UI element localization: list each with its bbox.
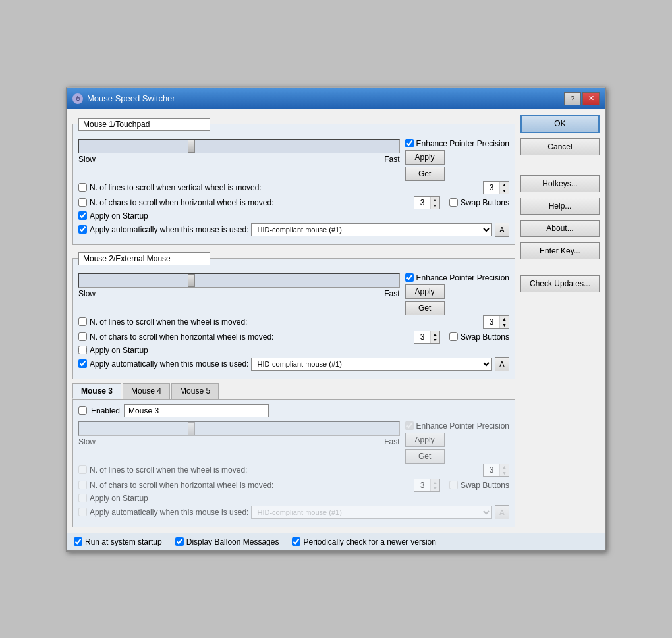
mouse2-hscroll-down[interactable]: ▼ [431,337,439,343]
mouse1-hscroll-down[interactable]: ▼ [431,203,439,209]
title-bar-left: 🖱 Mouse Speed Switcher [72,93,175,104]
mouse3-vscroll-row: N. of lines to scroll when the wheel is … [78,464,509,477]
mouse2-vscroll-checkbox[interactable] [78,317,87,326]
mouse1-hscroll-val: 3 [414,198,430,208]
footer-check-version-checkbox[interactable] [292,537,300,546]
mouse3-vscroll-down: ▼ [500,470,509,476]
mouse1-slider-track[interactable] [78,139,400,153]
mouse2-vscroll-down[interactable]: ▼ [500,322,509,328]
main-window: 🖱 Mouse Speed Switcher ? ✕ [66,87,606,552]
mouse1-auto-checkbox[interactable] [78,225,87,234]
mouse3-name-input[interactable] [124,404,269,417]
mouse2-swap-checkbox[interactable] [449,332,458,341]
mouse2-startup-checkbox[interactable] [78,346,87,354]
tab-mouse4[interactable]: Mouse 4 [123,383,170,399]
footer-run-startup-checkbox[interactable] [74,537,82,546]
mouse3-hscroll-spinner: 3 ▲ ▼ [414,479,440,492]
mouse2-name-input[interactable] [78,252,210,265]
right-spacer2 [520,265,600,271]
cancel-button[interactable]: Cancel [520,138,600,155]
mouse3-device-dropdown: HID-compliant mouse (#1) [251,506,492,519]
mouse1-apply-button[interactable]: Apply [405,150,445,165]
footer-balloon: Display Balloon Messages [175,537,279,546]
help-title-button[interactable]: ? [564,92,581,105]
mouse1-swap-label: Swap Buttons [461,198,509,207]
mouse2-apply-button[interactable]: Apply [405,284,445,299]
mouse2-slow-label: Slow [78,289,96,298]
mouse3-vscroll-checkbox [78,465,87,474]
check-updates-button[interactable]: Check Updates... [520,275,600,292]
mouse3-hscroll-arrows: ▲ ▼ [430,479,439,491]
mouse1-device-dropdown[interactable]: HID-compliant mouse (#1) [251,223,492,236]
mouse3-auto-checkbox [78,508,87,516]
mouse3-hscroll-up: ▲ [431,479,439,485]
help-button[interactable]: Help... [520,198,600,215]
enter-key-button[interactable]: Enter Key... [520,242,600,259]
mouse2-vscroll-label: N. of lines to scroll when the wheel is … [90,317,480,327]
mouse1-get-button[interactable]: Get [405,167,445,181]
mouse2-auto-row: Apply automatically when this mouse is u… [78,357,509,371]
mouse3-apply-button[interactable]: Apply [405,433,445,447]
mouse1-right-col: Enhance Pointer Precision Apply Get [405,139,509,181]
mouse1-a-button[interactable]: A [495,223,509,237]
tab-mouse3[interactable]: Mouse 3 [72,383,121,399]
mouse2-hscroll-checkbox[interactable] [78,332,87,341]
mouse1-auto-label: Apply automatically when this mouse is u… [90,225,248,234]
mouse1-swap-checkbox[interactable] [449,198,458,207]
mouse1-hscroll-up[interactable]: ▲ [431,197,439,203]
mouse2-top-row: Slow Fast Enhance Pointer Precision Appl… [78,273,509,315]
mouse3-slider-area: Slow Fast [78,421,400,446]
mouse2-enhance-checkbox[interactable] [405,273,414,282]
mouse2-hscroll-up[interactable]: ▲ [431,331,439,337]
title-buttons: ? ✕ [564,92,600,105]
mouse2-auto-checkbox[interactable] [78,359,87,368]
ok-button[interactable]: OK [520,115,600,133]
footer-check-version-label: Periodically check for a newer version [303,537,435,546]
mouse3-auto-label: Apply automatically when this mouse is u… [90,508,248,517]
mouse1-vscroll-arrows: ▲ ▼ [499,182,509,194]
mouse2-slider-area: Slow Fast [78,273,400,298]
mouse1-hscroll-row: N. of chars to scroll when horizontal wh… [78,196,509,209]
mouse3-fast-label: Fast [384,437,399,446]
mouse1-slider-thumb[interactable] [188,140,195,153]
app-icon: 🖱 [72,93,83,104]
mouse2-get-button[interactable]: Get [405,301,445,315]
mouse1-content: Slow Fast Enhance Pointer Precision Appl… [78,139,509,237]
mouse2-vscroll-spinner: 3 ▲ ▼ [483,315,509,329]
mouse1-startup-checkbox[interactable] [78,211,87,220]
tab-mouse5[interactable]: Mouse 5 [171,383,219,399]
mouse1-startup-label: Apply on Startup [90,211,148,221]
mouse3-enabled-checkbox[interactable] [78,406,87,415]
mouse3-vscroll-up: ▲ [500,464,509,470]
mouse1-apply-get: Apply Get [405,150,445,181]
mouse1-slow-label: Slow [78,155,96,164]
mouse1-vscroll-down[interactable]: ▼ [500,188,509,194]
mouse3-hscroll-val: 3 [414,480,430,491]
footer-balloon-checkbox[interactable] [175,537,184,546]
close-button[interactable]: ✕ [582,92,600,105]
mouse3-slow-label: Slow [78,437,96,446]
mouse1-slider-row [78,139,400,153]
mouse2-vscroll-up[interactable]: ▲ [500,316,509,322]
mouse2-slider-track[interactable] [78,273,400,288]
mouse2-hscroll-label: N. of chars to scroll when horizontal wh… [90,332,411,342]
mouse2-swap-row: Swap Buttons [449,332,509,342]
mouse1-hscroll-spinner: 3 ▲ ▼ [414,196,440,209]
title-bar: 🖱 Mouse Speed Switcher ? ✕ [67,88,605,109]
hotkeys-button[interactable]: Hotkeys... [520,175,600,192]
mouse1-vscroll-checkbox[interactable] [78,183,87,192]
mouse2-a-button[interactable]: A [495,357,509,371]
mouse1-enhance-checkbox[interactable] [405,139,414,147]
mouse2-speed-labels: Slow Fast [78,289,400,298]
mouse1-name-input[interactable] [78,118,210,131]
mouse-tabs: Mouse 3 Mouse 4 Mouse 5 [72,383,515,400]
mouse3-get-button[interactable]: Get [405,449,445,464]
about-button[interactable]: About... [520,220,600,237]
mouse2-slider-thumb[interactable] [188,274,195,287]
mouse1-vscroll-up[interactable]: ▲ [500,182,509,188]
mouse2-device-dropdown[interactable]: HID-compliant mouse (#1) [251,358,492,371]
mouse3-apply-get: Apply Get [405,433,445,464]
mouse1-hscroll-checkbox[interactable] [78,198,87,207]
mouse1-swap-row: Swap Buttons [449,198,509,207]
mouse2-startup-row: Apply on Startup [78,346,509,355]
